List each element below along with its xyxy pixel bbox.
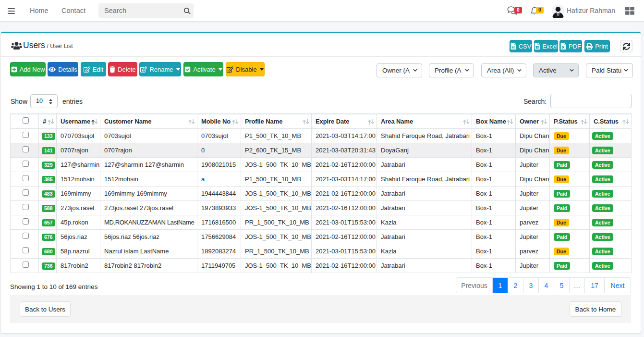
svg-text:x: x	[536, 46, 538, 49]
svg-text:CSV: CSV	[511, 47, 515, 49]
